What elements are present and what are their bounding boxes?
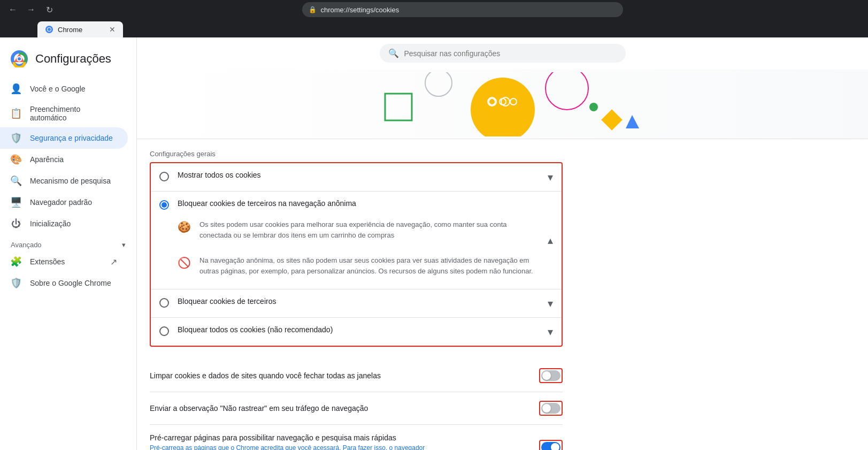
- cookie-option-block-third[interactable]: Bloquear cookies de terceiros ▾: [151, 289, 562, 318]
- toggle-track-clear[interactable]: [541, 370, 560, 381]
- toggle-row-preload: Pré-carregar páginas para possibilitar n…: [150, 425, 563, 450]
- option-label-block-all: Bloquear todos os cookies (não recomenda…: [178, 325, 543, 334]
- advanced-section-label[interactable]: Avançado ▾: [0, 234, 136, 251]
- search-sidebar-icon: 🔍: [11, 176, 21, 186]
- external-link-icon: ↗: [110, 257, 117, 267]
- radio-btn-all[interactable]: [159, 172, 169, 181]
- search-icon: 🔍: [388, 48, 399, 58]
- svg-point-2: [48, 28, 51, 31]
- option-label-block-anon: Bloquear cookies de terceiros na navegaç…: [178, 199, 543, 208]
- sidebar-label-seguranca: Segurança e privacidade: [30, 134, 113, 142]
- toggle-wrapper-dnt: [539, 401, 563, 416]
- toggle-track-preload[interactable]: [541, 442, 560, 450]
- cookie-options-group: Mostrar todos os cookies ▾ Bloquear cook…: [150, 162, 563, 347]
- sidebar-item-preenchimento[interactable]: 📋 Preenchimento automático: [0, 100, 128, 127]
- shield-icon: 🛡️: [11, 133, 21, 143]
- radio-btn-block-third[interactable]: [159, 298, 169, 308]
- sidebar-item-voce-google[interactable]: 👤 Você e o Google: [0, 78, 128, 100]
- sidebar-label-aparencia: Aparência: [30, 155, 64, 164]
- cookie-detail-icon: 🍪: [178, 220, 191, 233]
- collapse-anon-icon[interactable]: ▴: [548, 234, 553, 247]
- top-bar: 🔍: [137, 37, 868, 69]
- settings-section: Configurações gerais Mostrar todos os co…: [137, 139, 575, 450]
- svg-point-13: [589, 103, 598, 111]
- toggle-clear[interactable]: [541, 370, 560, 381]
- nav-buttons: ← → ↻: [5, 2, 57, 17]
- cookie-option-block-all[interactable]: Bloquear todos os cookies (não recomenda…: [151, 318, 562, 346]
- form-icon: 📋: [11, 108, 21, 119]
- svg-marker-15: [626, 115, 639, 128]
- toggle-label-preload-container: Pré-carregar páginas para possibilitar n…: [150, 433, 539, 450]
- tab-bar: Chrome ✕: [0, 19, 868, 37]
- browser-tab[interactable]: Chrome ✕: [37, 21, 123, 37]
- toggle-wrapper-clear: [539, 368, 563, 383]
- sidebar-item-inicializacao[interactable]: ⏻ Inicialização: [0, 213, 128, 234]
- toggle-track-dnt[interactable]: [541, 403, 560, 414]
- svg-point-8: [425, 72, 452, 96]
- forward-button[interactable]: →: [24, 2, 39, 17]
- palette-icon: 🎨: [11, 154, 21, 165]
- tab-close-button[interactable]: ✕: [109, 25, 116, 34]
- content-area: 🔍: [137, 37, 868, 450]
- toggle-thumb-dnt: [542, 404, 551, 413]
- about-chrome-icon: 🛡️: [11, 278, 21, 288]
- toggle-thumb-clear: [542, 371, 551, 380]
- back-button[interactable]: ←: [5, 2, 20, 17]
- svg-point-9: [471, 78, 535, 136]
- sidebar-item-aparencia[interactable]: 🎨 Aparência: [0, 149, 128, 170]
- sidebar-item-sobre[interactable]: 🛡️ Sobre o Google Chrome: [0, 272, 128, 294]
- radio-btn-block-all[interactable]: [159, 326, 169, 336]
- sidebar-header: Configurações: [0, 46, 136, 78]
- hero-section: [137, 70, 868, 139]
- toggle-preload[interactable]: [541, 442, 560, 450]
- hero-shapes: [137, 70, 868, 139]
- expand-all-cookies-icon[interactable]: ▾: [548, 325, 553, 338]
- browser-icon: 🖥️: [11, 197, 21, 208]
- sidebar-label-mecanismo: Mecanismo de pesquisa: [30, 177, 111, 185]
- detail-text-block: Na navegação anônima, os sites não podem…: [199, 255, 535, 276]
- sidebar-item-mecanismo[interactable]: 🔍 Mecanismo de pesquisa: [0, 170, 128, 192]
- cookie-option-all[interactable]: Mostrar todos os cookies ▾: [151, 163, 562, 192]
- block-detail-icon: 🚫: [178, 256, 191, 269]
- sidebar-item-extensoes[interactable]: 🧩 Extensões ↗: [0, 251, 128, 272]
- toggle-label-clear: Limpar cookies e dados de sites quando v…: [150, 371, 539, 380]
- sidebar-label-navegador: Navegador padrão: [30, 198, 92, 207]
- cookie-option-block-anon[interactable]: Bloquear cookies de terceiros na navegaç…: [151, 192, 562, 289]
- svg-rect-7: [385, 94, 412, 120]
- radio-btn-block-anon[interactable]: [159, 200, 169, 210]
- svg-rect-14: [601, 109, 623, 131]
- tab-label: Chrome: [58, 26, 82, 34]
- browser-chrome: ← → ↻ 🔒 chrome://settings/cookies: [0, 0, 868, 19]
- option-label-all: Mostrar todos os cookies: [178, 171, 543, 179]
- toggle-thumb-preload: [551, 443, 559, 450]
- advanced-label: Avançado: [11, 241, 42, 249]
- toggle-section: Limpar cookies e dados de sites quando v…: [150, 360, 563, 450]
- chrome-logo-icon: [11, 50, 28, 67]
- sidebar-label-preenchimento: Preenchimento automático: [30, 105, 117, 122]
- lock-icon: 🔒: [309, 6, 317, 13]
- expand-all-icon[interactable]: ▾: [548, 171, 553, 184]
- sidebar-label-extensoes: Extensões: [30, 257, 65, 266]
- search-container[interactable]: 🔍: [380, 44, 626, 63]
- advanced-chevron-icon: ▾: [122, 241, 126, 249]
- toggle-label-dnt: Enviar a observação "Não rastrear" em se…: [150, 404, 539, 413]
- toggle-dnt[interactable]: [541, 403, 560, 414]
- toggle-sublabel-preload-blue: Pré-carrega as páginas que o Chrome acre…: [150, 444, 528, 450]
- search-input[interactable]: [404, 49, 617, 58]
- toggle-row-clear: Limpar cookies e dados de sites quando v…: [150, 360, 563, 392]
- toggle-label-preload: Pré-carregar páginas para possibilitar n…: [150, 433, 396, 442]
- expand-third-icon[interactable]: ▾: [548, 297, 553, 310]
- section-label: Configurações gerais: [150, 150, 563, 158]
- extensions-icon: 🧩: [11, 256, 21, 267]
- toggle-wrapper-preload: [539, 440, 563, 450]
- address-text: chrome://settings/cookies: [321, 6, 400, 14]
- refresh-button[interactable]: ↻: [42, 2, 57, 17]
- sidebar-item-seguranca[interactable]: 🛡️ Segurança e privacidade: [0, 127, 128, 149]
- toggle-row-dnt: Enviar a observação "Não rastrear" em se…: [150, 392, 563, 425]
- sidebar-title: Configurações: [35, 52, 111, 66]
- detail-text-cookies: Os sites podem usar cookies para melhora…: [199, 219, 535, 240]
- tab-favicon-icon: [45, 25, 53, 34]
- svg-point-6: [18, 57, 21, 60]
- sidebar-item-navegador[interactable]: 🖥️ Navegador padrão: [0, 192, 128, 213]
- address-bar[interactable]: 🔒 chrome://settings/cookies: [302, 2, 623, 17]
